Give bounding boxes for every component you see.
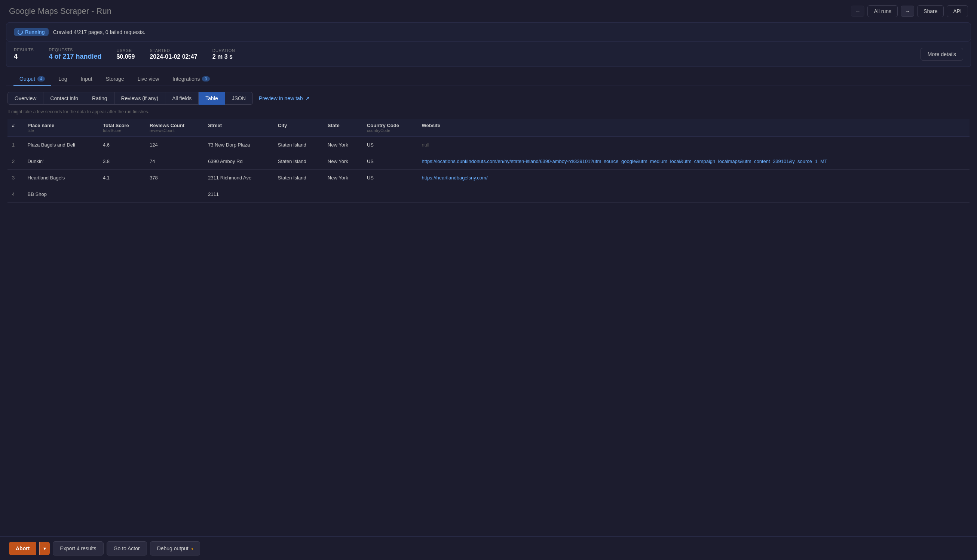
cell-country: US (362, 170, 417, 186)
external-link-icon: ↗ (305, 95, 310, 101)
view-tab-contact[interactable]: Contact info (43, 92, 85, 105)
view-tab-rating[interactable]: Rating (85, 92, 114, 105)
cell-reviews: 74 (145, 153, 204, 170)
content-area: Overview Contact info Rating Reviews (if… (0, 86, 977, 560)
back-button[interactable]: ← (851, 6, 864, 17)
abort-button[interactable]: Abort (9, 542, 36, 555)
stat-results: RESULTS 4 (14, 47, 33, 60)
cell-city: Staten Island (274, 170, 323, 186)
cell-score (99, 186, 145, 203)
results-value: 4 (14, 53, 33, 60)
cell-website (417, 186, 970, 203)
alpha-badge: α (191, 547, 193, 551)
cell-reviews: 378 (145, 170, 204, 186)
cell-state: New York (323, 170, 362, 186)
view-tab-overview[interactable]: Overview (7, 92, 43, 105)
preview-link[interactable]: Preview in new tab ↗ (259, 95, 310, 101)
tab-integrations-label: Integrations (172, 76, 200, 82)
api-button[interactable]: API (947, 5, 968, 17)
bottom-bar: Abort ▾ Export 4 results Go to Actor Deb… (0, 537, 977, 560)
more-details-button[interactable]: More details (920, 48, 963, 60)
cell-num: 1 (7, 137, 23, 153)
cell-website[interactable]: https://heartlandbagelsny.com/ (417, 170, 970, 186)
cell-country: US (362, 153, 417, 170)
header-actions: ← All runs → Share API (851, 5, 968, 17)
col-state: State (323, 119, 362, 137)
share-button[interactable]: Share (917, 5, 944, 17)
stats-row: RESULTS 4 REQUESTS 4 of 217 handled USAG… (6, 42, 971, 67)
view-tab-allfields[interactable]: All fields (165, 92, 199, 105)
cell-street: 73 New Dorp Plaza (204, 137, 274, 153)
requests-label: REQUESTS (48, 47, 101, 52)
cell-score: 3.8 (99, 153, 145, 170)
cell-num: 4 (7, 186, 23, 203)
cell-street: 6390 Amboy Rd (204, 153, 274, 170)
cell-street: 2311 Richmond Ave (204, 170, 274, 186)
tab-integrations-badge: 0 (202, 76, 209, 82)
view-tabs: Overview Contact info Rating Reviews (if… (7, 92, 970, 105)
cell-city: Staten Island (274, 153, 323, 170)
tab-liveview-label: Live view (138, 76, 159, 82)
view-tab-table[interactable]: Table (199, 92, 225, 105)
table-container: # Place name title Total Score totalScor… (7, 119, 970, 203)
stat-duration: DURATION 2 m 3 s (212, 48, 235, 60)
abort-dropdown-button[interactable]: ▾ (39, 542, 50, 555)
tab-storage[interactable]: Storage (100, 73, 130, 86)
tab-log-label: Log (58, 76, 67, 82)
status-badge: Running (14, 28, 48, 36)
data-table: # Place name title Total Score totalScor… (7, 119, 970, 203)
debug-label: Debug output (157, 545, 189, 552)
cell-num: 2 (7, 153, 23, 170)
cell-name: Plaza Bagels and Deli (23, 137, 99, 153)
cell-score: 4.1 (99, 170, 145, 186)
requests-value: 4 of 217 handled (48, 53, 101, 60)
view-tab-allfields-label: All fields (172, 95, 192, 101)
duration-value: 2 m 3 s (212, 53, 235, 60)
run-subtitle: - Run (91, 7, 112, 16)
preview-link-text: Preview in new tab (259, 95, 303, 101)
tab-output[interactable]: Output 4 (13, 73, 51, 86)
cell-city: Staten Island (274, 137, 323, 153)
table-row: 3 Heartland Bagels 4.1 378 2311 Richmond… (7, 170, 970, 186)
cell-country: US (362, 137, 417, 153)
banner-message: Crawled 4/217 pages, 0 failed requests. (53, 29, 145, 35)
tab-integrations[interactable]: Integrations 0 (167, 73, 215, 86)
table-header-row: # Place name title Total Score totalScor… (7, 119, 970, 137)
view-tab-rating-label: Rating (92, 95, 107, 101)
cell-reviews: 124 (145, 137, 204, 153)
col-score: Total Score totalScore (99, 119, 145, 137)
cell-state (323, 186, 362, 203)
col-num: # (7, 119, 23, 137)
cell-state: New York (323, 153, 362, 170)
go-to-actor-button[interactable]: Go to Actor (107, 541, 147, 555)
col-city: City (274, 119, 323, 137)
tab-output-badge: 4 (37, 76, 45, 82)
cell-num: 3 (7, 170, 23, 186)
export-button[interactable]: Export 4 results (53, 541, 103, 555)
stat-requests: REQUESTS 4 of 217 handled (48, 47, 101, 60)
view-tab-reviews[interactable]: Reviews (if any) (114, 92, 166, 105)
started-label: STARTED (150, 48, 197, 53)
cell-website[interactable]: https://locations.dunkindonuts.com/en/ny… (417, 153, 970, 170)
main-tabs: Output 4 Log Input Storage Live view Int… (6, 67, 971, 86)
app-name: Google Maps Scraper (9, 7, 89, 16)
hint-text: It might take a few seconds for the data… (7, 109, 970, 114)
col-country: Country Code countryCode (362, 119, 417, 137)
forward-button[interactable]: → (901, 6, 914, 17)
debug-button[interactable]: Debug output α (150, 541, 200, 555)
tab-log[interactable]: Log (52, 73, 73, 86)
status-text: Running (25, 29, 45, 35)
view-tab-table-label: Table (205, 95, 218, 101)
view-tab-json-label: JSON (232, 95, 246, 101)
cell-street: 2111 (204, 186, 274, 203)
col-street: Street (204, 119, 274, 137)
tab-input[interactable]: Input (75, 73, 99, 86)
view-tab-reviews-label: Reviews (if any) (121, 95, 159, 101)
view-tab-json[interactable]: JSON (225, 92, 253, 105)
all-runs-button[interactable]: All runs (867, 5, 898, 17)
cell-reviews (145, 186, 204, 203)
spin-icon (18, 30, 23, 35)
col-name: Place name title (23, 119, 99, 137)
tab-liveview[interactable]: Live view (132, 73, 165, 86)
stat-usage: USAGE $0.059 (116, 48, 135, 60)
